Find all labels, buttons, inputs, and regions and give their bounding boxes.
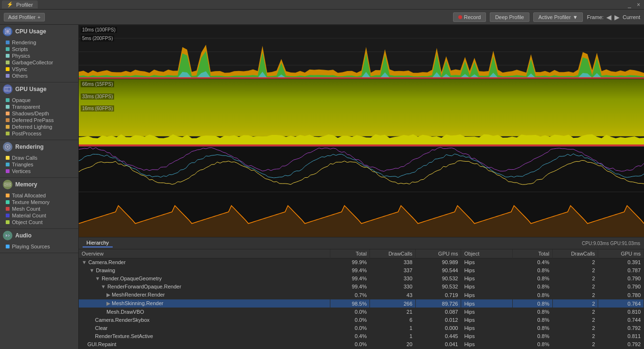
memory-section-title: Memory — [15, 181, 37, 188]
col-obj-drawcalls[interactable]: DrawCalls — [552, 249, 598, 258]
cell-obj-total: 0.8% — [513, 299, 553, 308]
sidebar-item-texture-memory: Texture Memory — [4, 199, 78, 205]
cell-gpums: 0.445 — [415, 332, 461, 340]
svg-rect-10 — [9, 184, 10, 185]
sidebar-item-shadows: Shadows/Depth — [4, 110, 78, 117]
cell-name: ▶MeshRenderer.Render — [79, 291, 330, 299]
cpu-canvas[interactable] — [79, 25, 644, 79]
cell-gpums: 90.532 — [415, 283, 461, 291]
cell-obj-drawcalls: 2 — [552, 267, 598, 275]
mem-canvas[interactable] — [79, 192, 644, 237]
cell-object: Hips — [461, 258, 513, 267]
minimize-btn[interactable]: _ — [626, 1, 633, 8]
texture-memory-label: Texture Memory — [12, 199, 50, 205]
record-button[interactable]: Record — [453, 12, 486, 22]
table-row[interactable]: Camera.RenderSkybox 0.0% 6 0.012 Hips 0.… — [79, 316, 644, 324]
sidebar-item-deferred-prepass: Deferred PrePass — [4, 117, 78, 123]
cell-obj-drawcalls: 2 — [552, 340, 598, 349]
rendering-icon — [3, 142, 12, 152]
material-count-color — [6, 214, 10, 217]
frame-label: Frame: — [587, 14, 603, 20]
frame-next-button[interactable]: ▶ — [614, 14, 620, 21]
sidebar-section-audio-header[interactable]: Audio × — [0, 229, 78, 242]
col-object[interactable]: Object — [461, 249, 513, 258]
sidebar-section-rendering-header[interactable]: Rendering × — [0, 140, 78, 154]
gpu-label1: 66ms (15FPS) — [81, 81, 114, 87]
table-row[interactable]: ▼Drawing 99.4% 337 90.544 Hips 0.8% 2 0.… — [79, 267, 644, 275]
table-row[interactable]: Mesh.DrawVBO 0.0% 21 0.087 Hips 0.8% 2 0… — [79, 308, 644, 316]
expand-icon: ▶ — [106, 292, 110, 298]
gpu-chart: 66ms (15FPS) 33ms (30FPS) 16ms (60FPS) — [79, 79, 644, 147]
sidebar-section-cpu-header[interactable]: CPU Usage × — [0, 25, 78, 38]
physics-color — [6, 54, 10, 58]
cell-gpums: 0.012 — [415, 316, 461, 324]
col-gpums[interactable]: GPU ms — [415, 249, 461, 258]
cell-obj-gpums: 0.391 — [598, 258, 644, 267]
main-layout: CPU Usage × Rendering Scripts Physics — [0, 25, 644, 349]
table-container[interactable]: Overview Total DrawCalls GPU ms Object T… — [79, 249, 644, 349]
cell-obj-total: 0.8% — [513, 316, 553, 324]
dropdown-icon: ▼ — [573, 14, 578, 20]
transparent-color — [6, 105, 10, 109]
rendering-chart — [79, 147, 644, 192]
active-profiler-button[interactable]: Active Profiler ▼ — [533, 12, 583, 22]
total-allocated-label: Total Allocated — [12, 193, 46, 198]
sidebar-section-memory-header[interactable]: Memory × — [0, 178, 78, 191]
cell-obj-drawcalls: 2 — [552, 332, 598, 340]
table-body: ▼Camera.Render 99.9% 338 90.989 Hips 0.4… — [79, 258, 644, 349]
deep-profile-button[interactable]: Deep Profile — [490, 12, 529, 22]
svg-rect-1 — [6, 30, 9, 33]
memory-chart — [79, 192, 644, 237]
cell-object: Hips — [461, 316, 513, 324]
cell-gpums: 0.719 — [415, 291, 461, 299]
cell-obj-total: 0.4% — [513, 258, 553, 267]
close-btn[interactable]: × — [635, 1, 642, 8]
col-overview[interactable]: Overview — [79, 249, 330, 258]
render-canvas[interactable] — [79, 147, 644, 192]
sidebar-section-gpu-header[interactable]: GPU Usage × — [0, 82, 78, 96]
sidebar-section-cpu: CPU Usage × Rendering Scripts Physics — [0, 25, 78, 82]
col-obj-gpums[interactable]: GPU ms — [598, 249, 644, 258]
cell-drawcalls: 330 — [370, 283, 416, 291]
col-obj-total[interactable]: Total — [513, 249, 553, 258]
sidebar-item-rendering: Rendering — [4, 39, 78, 46]
sidebar-item-physics: Physics — [4, 52, 78, 59]
rendering-color — [6, 41, 10, 44]
cell-object: Hips — [461, 275, 513, 283]
cell-obj-gpums: 0.744 — [598, 316, 644, 324]
table-row[interactable]: ▼Render.OpaqueGeometry 99.4% 330 90.532 … — [79, 275, 644, 283]
deferred-lighting-label: Deferred Lighting — [12, 124, 52, 130]
table-row[interactable]: Clear 0.0% 1 0.000 Hips 0.8% 2 0.792 — [79, 324, 644, 332]
hierarchy-tab[interactable]: Hierarchy — [83, 239, 113, 247]
svg-point-6 — [7, 146, 9, 148]
table-row[interactable]: ▶MeshSkinning.Render 98.5% 266 89.726 Hi… — [79, 299, 644, 308]
vsync-label: VSync — [12, 66, 27, 72]
memory-items: Total Allocated Texture Memory Mesh Coun… — [0, 191, 78, 228]
deferred-lighting-color — [6, 125, 10, 129]
table-row[interactable]: GUI.Repaint 0.0% 20 0.041 Hips 0.8% 2 0.… — [79, 340, 644, 349]
others-color — [6, 74, 10, 78]
gpu-usage-title: GPU Usage — [15, 86, 46, 92]
table-row[interactable]: RenderTexture.SetActive 0.4% 1 0.445 Hip… — [79, 332, 644, 340]
cell-obj-gpums: 0.810 — [598, 308, 644, 316]
deferred-prepass-label: Deferred PrePass — [12, 117, 53, 123]
cpu-usage-title: CPU Usage — [15, 28, 46, 35]
cell-drawcalls: 337 — [370, 267, 416, 275]
cell-obj-gpums: 0.792 — [598, 324, 644, 332]
gc-label: GarbageCollector — [12, 60, 53, 65]
active-profiler-label: Active Profiler — [538, 14, 571, 20]
cell-name: GUI.Repaint — [79, 340, 330, 349]
gpu-canvas[interactable] — [79, 79, 644, 146]
shadows-color — [6, 112, 10, 115]
frame-prev-button[interactable]: ◀ — [606, 14, 612, 21]
add-profiler-button[interactable]: Add Profiler + — [4, 13, 45, 21]
cell-object: Hips — [461, 267, 513, 275]
table-row[interactable]: ▶MeshRenderer.Render 0.7% 43 0.719 Hips … — [79, 291, 644, 299]
profiler-tab[interactable]: ⚡ Profiler — [2, 0, 38, 9]
col-drawcalls[interactable]: DrawCalls — [370, 249, 416, 258]
add-icon: + — [37, 14, 40, 20]
col-total[interactable]: Total — [330, 249, 370, 258]
record-dot — [458, 15, 462, 19]
table-row[interactable]: ▼Camera.Render 99.9% 338 90.989 Hips 0.4… — [79, 258, 644, 267]
table-row[interactable]: ▼RenderForwardOpaque.Render 99.4% 330 90… — [79, 283, 644, 291]
